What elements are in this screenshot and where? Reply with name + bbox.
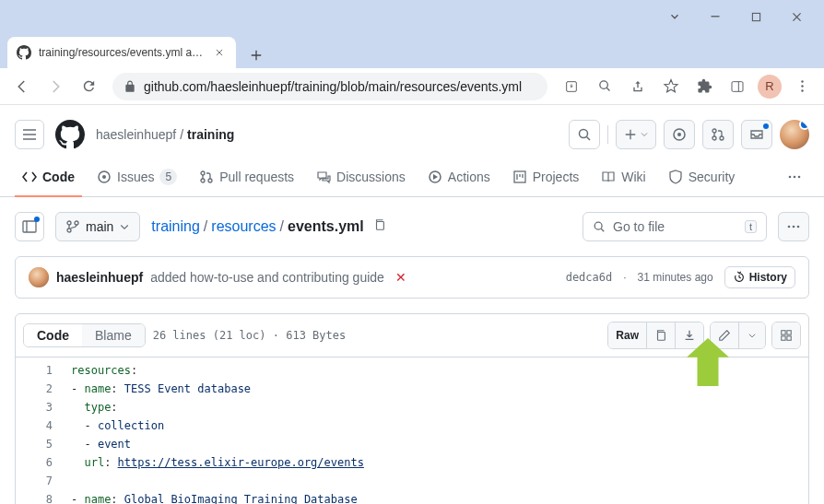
copy-path-button[interactable] [373, 218, 386, 235]
code-line[interactable]: 8- name: Global BioImaging Training Data… [16, 490, 808, 504]
history-button[interactable]: History [724, 266, 795, 288]
pull-requests-button[interactable] [702, 120, 734, 149]
tab-issues[interactable]: Issues5 [89, 157, 184, 197]
go-to-file-input[interactable]: Go to file t [583, 212, 767, 241]
install-app-icon[interactable] [557, 72, 586, 101]
extensions-icon[interactable] [689, 72, 719, 101]
code-container: Code Blame 26 lines (21 loc) · 613 Bytes… [15, 313, 809, 504]
user-avatar[interactable] [780, 120, 809, 149]
code-line[interactable]: 7 [16, 472, 808, 490]
browser-tab-strip: training/resources/events.yml at ... [0, 33, 824, 68]
tab-discussions[interactable]: Discussions [309, 157, 413, 197]
branch-selector[interactable]: main [55, 212, 140, 241]
code-line[interactable]: 1resources: [16, 361, 808, 380]
share-icon[interactable] [623, 72, 653, 101]
tab-security[interactable]: Security [661, 157, 743, 197]
browser-menu-button[interactable] [787, 72, 817, 101]
svg-point-27 [67, 221, 71, 225]
forward-button[interactable] [41, 72, 70, 101]
window-maximize-button[interactable] [736, 4, 776, 29]
commit-avatar[interactable] [29, 267, 49, 287]
browser-tab-title: training/resources/events.yml at ... [39, 46, 205, 59]
svg-point-19 [208, 179, 212, 182]
tab-overflow-button[interactable] [780, 157, 809, 197]
symbols-button[interactable] [772, 322, 800, 348]
tab-projects[interactable]: Projects [505, 157, 587, 197]
file-tree-toggle[interactable] [15, 212, 44, 241]
svg-point-33 [793, 226, 795, 229]
svg-point-7 [801, 85, 803, 87]
svg-point-18 [201, 179, 205, 182]
svg-rect-39 [787, 336, 791, 340]
search-icon [593, 220, 606, 233]
svg-point-28 [67, 229, 71, 232]
raw-button[interactable]: Raw [608, 322, 647, 348]
sidepanel-icon[interactable] [723, 72, 752, 101]
issues-button[interactable] [664, 120, 695, 149]
tab-code[interactable]: Code [15, 157, 82, 197]
repo-name-link[interactable]: training [187, 127, 234, 142]
edit-dropdown-button[interactable] [739, 322, 765, 348]
code-toolbar: Code Blame 26 lines (21 loc) · 613 Bytes… [16, 314, 808, 357]
code-view-tab[interactable]: Code [24, 324, 82, 346]
profile-button[interactable]: R [758, 75, 782, 99]
blame-view-tab[interactable]: Blame [82, 324, 145, 346]
code-line[interactable]: 3 type: [16, 398, 808, 416]
window-dropdown-icon[interactable] [654, 4, 695, 29]
file-nav-row: main training / resources / events.yml G… [15, 212, 809, 241]
window-minimize-button[interactable] [695, 4, 736, 29]
svg-rect-37 [787, 331, 791, 334]
file-more-button[interactable] [778, 212, 809, 241]
path-dir-link[interactable]: resources [211, 218, 276, 235]
browser-tab-active[interactable]: training/resources/events.yml at ... [7, 37, 236, 68]
branch-name: main [86, 219, 113, 234]
code-line[interactable]: 2- name: TESS Event database [16, 380, 808, 398]
svg-point-11 [677, 133, 681, 136]
code-line[interactable]: 6 url: https://tess.elixir-europe.org/ev… [16, 453, 808, 472]
latest-commit-bar: haesleinhuepf added how-to-use and contr… [15, 256, 809, 299]
new-tab-button[interactable] [243, 42, 269, 68]
svg-point-23 [794, 175, 796, 178]
commit-author-link[interactable]: haesleinhuepf [56, 270, 143, 285]
github-logo-icon[interactable] [55, 120, 85, 149]
tab-actions[interactable]: Actions [420, 157, 498, 197]
svg-point-16 [102, 175, 106, 179]
zoom-icon[interactable] [590, 72, 619, 101]
repo-nav: Code Issues5 Pull requests Discussions A… [0, 157, 824, 197]
address-bar[interactable] [112, 73, 547, 100]
hamburger-button[interactable] [15, 120, 44, 149]
svg-point-12 [712, 129, 716, 133]
bookmark-icon[interactable] [656, 72, 686, 101]
commit-status-icon[interactable]: ✕ [395, 270, 406, 285]
create-new-button[interactable] [616, 120, 656, 149]
code-line[interactable]: 5 - event [16, 435, 808, 453]
copy-button[interactable] [647, 322, 676, 348]
back-button[interactable] [7, 72, 37, 101]
svg-point-32 [788, 226, 791, 229]
svg-point-13 [712, 136, 716, 140]
path-root-link[interactable]: training [151, 218, 199, 235]
tab-wiki[interactable]: Wiki [594, 157, 653, 197]
code-line[interactable]: 4 - collection [16, 416, 808, 435]
commit-message-link[interactable]: added how-to-use and contributing guide [150, 270, 384, 285]
url-input[interactable] [144, 79, 536, 94]
file-path-breadcrumb: training / resources / events.yml [151, 218, 385, 235]
svg-point-8 [801, 89, 803, 91]
go-to-file-kbd: t [745, 220, 757, 233]
download-button[interactable] [676, 322, 703, 348]
svg-point-29 [75, 221, 78, 225]
tab-pull-requests[interactable]: Pull requests [192, 157, 301, 197]
reload-button[interactable] [74, 72, 103, 101]
edit-button[interactable] [711, 322, 739, 348]
svg-rect-30 [376, 222, 383, 230]
commit-sha-link[interactable]: dedca6d [566, 271, 613, 284]
svg-point-14 [720, 136, 724, 140]
code-content[interactable]: 1resources:2- name: TESS Event database3… [16, 357, 808, 504]
repo-owner-link[interactable]: haesleinhuepf [96, 127, 176, 142]
tab-close-button[interactable] [212, 45, 227, 60]
window-close-button[interactable] [776, 4, 817, 29]
svg-rect-25 [23, 221, 36, 232]
inbox-button[interactable] [741, 120, 772, 149]
search-button[interactable] [569, 120, 600, 149]
lock-icon [124, 80, 136, 93]
